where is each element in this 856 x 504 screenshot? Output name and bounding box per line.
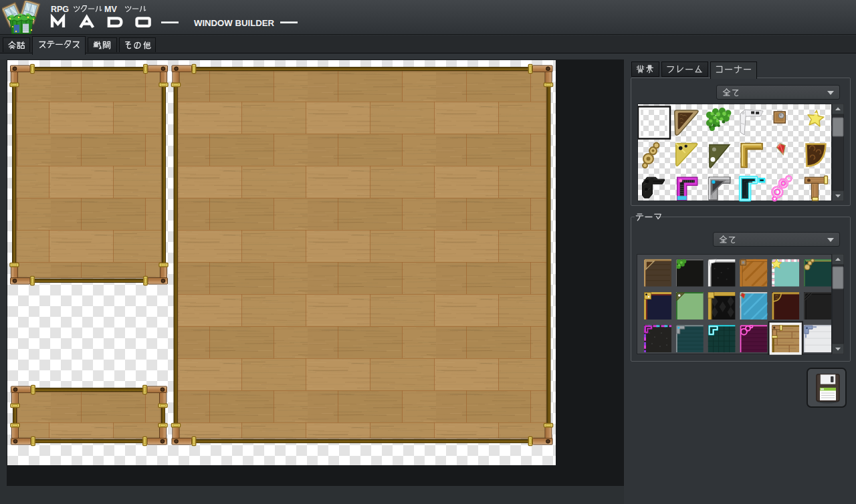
svg-text:MV: MV — [104, 5, 117, 14]
svg-text:WINDOW BUILDER: WINDOW BUILDER — [194, 19, 274, 28]
svg-text:RPG: RPG — [51, 5, 69, 14]
